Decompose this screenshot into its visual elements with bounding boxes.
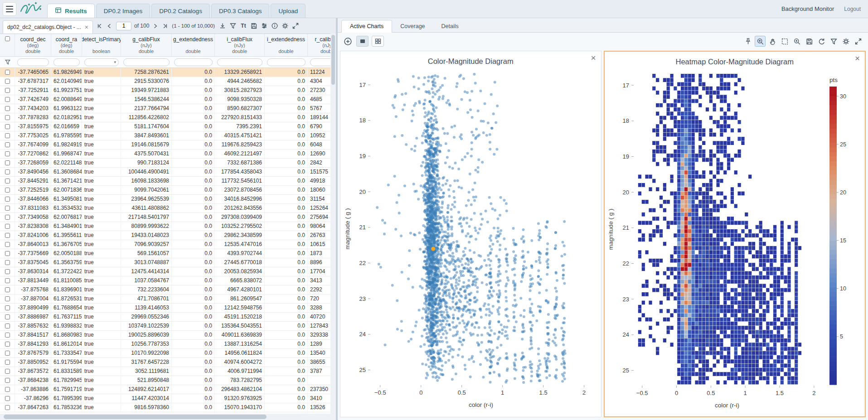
column-header-g_calibFlux[interactable]: g_calibFlux(nJy)double bbox=[121, 34, 172, 56]
table-row[interactable]: -37.86388661.7591719true124892.62140170.… bbox=[0, 385, 330, 394]
row-checkbox[interactable] bbox=[5, 224, 10, 229]
row-checkbox[interactable] bbox=[5, 342, 10, 347]
page-number-input[interactable] bbox=[116, 22, 131, 30]
row-checkbox[interactable] bbox=[5, 323, 10, 328]
expand-icon[interactable] bbox=[853, 36, 863, 47]
row-checkbox[interactable] bbox=[5, 79, 10, 84]
row-checkbox[interactable] bbox=[5, 88, 10, 93]
zoom-reset-icon[interactable] bbox=[791, 36, 802, 47]
table-options-icon[interactable] bbox=[259, 21, 269, 31]
tab-upload[interactable]: Upload bbox=[271, 4, 305, 18]
table-row[interactable]: -37.876757961.7333547true10170.99220980.… bbox=[0, 349, 330, 358]
tab-details[interactable]: Details bbox=[433, 20, 467, 32]
row-checkbox[interactable] bbox=[5, 124, 10, 129]
row-checkbox[interactable] bbox=[5, 233, 10, 238]
table-row[interactable]: -37.678731762.0140949true2915.53300760.0… bbox=[0, 77, 330, 86]
scatter-chart-card[interactable]: Color-Magnitude Diagram × −0.500.511.521… bbox=[340, 51, 601, 417]
table-row[interactable]: -37.815597562.016659true5181.17476040.07… bbox=[0, 122, 330, 131]
table-row[interactable]: -37.868423861.7829945true521.89508480.07… bbox=[0, 376, 330, 385]
filter-input-coord_ra[interactable] bbox=[53, 58, 80, 66]
row-checkbox[interactable] bbox=[5, 160, 10, 165]
tab-dp02-images[interactable]: DP0.2 Images bbox=[96, 4, 150, 18]
row-checkbox[interactable] bbox=[5, 333, 10, 338]
column-header-coord_ra[interactable]: coord_ra(deg)double bbox=[51, 34, 82, 56]
vertical-scrollbar[interactable] bbox=[330, 34, 336, 414]
row-checkbox[interactable] bbox=[5, 396, 10, 401]
restore-icon[interactable] bbox=[816, 36, 827, 47]
table-row[interactable]: -37.727086261.9968747true4375.50704310.0… bbox=[0, 150, 330, 159]
table-row[interactable]: -37.864001361.3676705true7096.90392570.0… bbox=[0, 240, 330, 249]
first-page-button[interactable] bbox=[96, 21, 105, 31]
row-checkbox[interactable] bbox=[5, 296, 10, 301]
close-table-icon[interactable]: × bbox=[85, 24, 88, 30]
row-checkbox[interactable] bbox=[5, 360, 10, 365]
row-checkbox[interactable] bbox=[5, 115, 10, 120]
table-row[interactable]: -37.734905862.0076817true217148.54017970… bbox=[0, 213, 330, 222]
table-row[interactable]: -37.889049961.7688654true1139.41460530.0… bbox=[0, 304, 330, 313]
row-checkbox[interactable] bbox=[5, 287, 10, 292]
table-row[interactable]: -37.881344961.8110085true1037.05847670.0… bbox=[0, 276, 330, 285]
last-page-button[interactable] bbox=[160, 21, 169, 31]
row-checkbox[interactable] bbox=[5, 405, 10, 410]
table-row[interactable]: -37.823830861.3484901true80899.99936220.… bbox=[0, 222, 330, 231]
logout-button[interactable]: Logout bbox=[844, 6, 861, 12]
row-checkbox[interactable] bbox=[5, 133, 10, 138]
row-checkbox[interactable] bbox=[5, 169, 10, 174]
column-header-detect_isPrimary[interactable]: detect_isPrimary boolean bbox=[82, 34, 121, 56]
zoom-in-icon[interactable] bbox=[755, 36, 766, 47]
horizontal-scrollbar[interactable] bbox=[0, 414, 330, 420]
filter-input-coord_dec[interactable] bbox=[17, 58, 49, 66]
grid-view-button[interactable] bbox=[372, 36, 384, 47]
table-row[interactable]: -37.725291161.9923751true19349.97218830.… bbox=[0, 86, 330, 95]
horizontal-scrollbar-thumb[interactable] bbox=[4, 415, 267, 419]
row-checkbox[interactable] bbox=[5, 151, 10, 156]
row-checkbox[interactable] bbox=[5, 314, 10, 319]
text-view-icon[interactable]: Tt bbox=[238, 21, 248, 31]
column-header-r_calibFlux[interactable]: r_calibFlux(nJy)double bbox=[308, 34, 330, 56]
row-checkbox[interactable] bbox=[5, 197, 10, 202]
table-row[interactable]: -37.844606661.3495081true23964.96255390.… bbox=[0, 195, 330, 204]
table-row[interactable]: -37.884129361.8612014true10256.77873530.… bbox=[0, 340, 330, 349]
row-checkbox[interactable] bbox=[5, 106, 10, 111]
filter-funnel-icon[interactable] bbox=[0, 59, 15, 65]
select-all-checkbox[interactable] bbox=[5, 36, 10, 41]
filter-select-detect_isPrimary[interactable]: ▾ bbox=[82, 58, 121, 66]
table-row[interactable]: -37.837504561.3563759true3013.07488870.0… bbox=[0, 258, 330, 267]
row-checkbox[interactable] bbox=[5, 278, 10, 283]
table-row[interactable]: -37.831108361.3534532true43611.48088620.… bbox=[0, 204, 330, 213]
tab-dp03-catalogs[interactable]: DP0.3 Catalogs bbox=[211, 4, 270, 18]
pan-hand-icon[interactable] bbox=[767, 36, 778, 47]
row-checkbox[interactable] bbox=[5, 242, 10, 247]
column-header-g_extendedness[interactable]: g_extendedness double bbox=[172, 34, 215, 56]
row-checkbox[interactable] bbox=[5, 215, 10, 220]
color-magnitude-scatter-plot[interactable]: −0.500.511.52171819202122232425color (r-… bbox=[342, 67, 599, 416]
table-row[interactable]: -37.737566962.0050188true569.15610570.04… bbox=[0, 249, 330, 258]
color-magnitude-heatmap-plot[interactable]: −0.500.511.52171819202122232425color (r-… bbox=[606, 68, 864, 416]
column-header-i_calibFlux[interactable]: i_calibFlux(nJy)double bbox=[215, 34, 265, 56]
vertical-scrollbar-thumb[interactable] bbox=[331, 35, 335, 85]
table-row[interactable]: -37.885763261.9398832true103749.10225390… bbox=[0, 322, 330, 331]
row-checkbox[interactable] bbox=[5, 251, 10, 256]
hamburger-menu-button[interactable] bbox=[3, 2, 16, 16]
row-checkbox[interactable] bbox=[5, 188, 10, 193]
table-row[interactable]: -37.884151761.8680983true190025.88960390… bbox=[0, 331, 330, 340]
row-checkbox[interactable] bbox=[5, 351, 10, 356]
filter-icon[interactable] bbox=[828, 36, 839, 47]
table-row[interactable]: -37.725251962.0071836true9099.70420610.0… bbox=[0, 186, 330, 195]
single-view-button[interactable] bbox=[356, 36, 369, 47]
table-row[interactable]: -37.726805962.0221148true990.71831240.07… bbox=[0, 159, 330, 168]
row-checkbox[interactable] bbox=[5, 97, 10, 102]
table-tab[interactable]: dp02_dc2_catalogs.Object - ... × bbox=[3, 20, 93, 34]
marquee-select-icon[interactable] bbox=[779, 36, 790, 47]
heatmap-chart-card[interactable]: Heatmap Color-Magnitude Diagram × −0.500… bbox=[604, 51, 866, 417]
tab-active-charts[interactable]: Active Charts bbox=[341, 20, 392, 33]
expand-icon[interactable] bbox=[291, 21, 301, 31]
table-row[interactable]: -37.787828362.0182951true112856.42268020… bbox=[0, 113, 330, 122]
table-row[interactable]: -37.824100661.3955611true19433.01480230.… bbox=[0, 231, 330, 240]
row-checkbox[interactable] bbox=[5, 378, 10, 383]
filter-select-caret-icon[interactable]: ▾ bbox=[84, 58, 119, 66]
tab-coverage[interactable]: Coverage bbox=[392, 20, 433, 32]
row-checkbox[interactable] bbox=[5, 269, 10, 274]
row-checkbox[interactable] bbox=[5, 142, 10, 147]
close-chart-icon[interactable]: × bbox=[855, 54, 860, 63]
